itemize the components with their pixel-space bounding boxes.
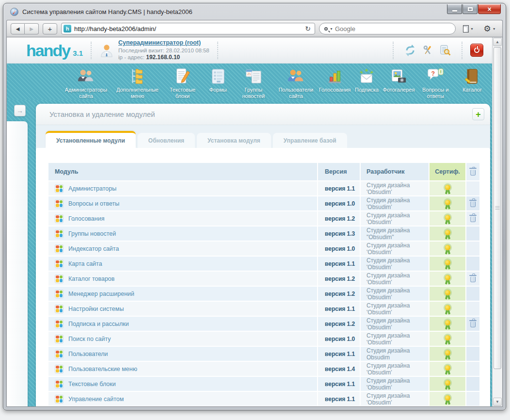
table-row: Подписка и рассылки версия 1.2 Студия ди… xyxy=(48,317,479,331)
plus-icon: + xyxy=(48,25,52,33)
maximize-button[interactable] xyxy=(462,4,478,14)
module-name-link[interactable]: Вопросы и ответы xyxy=(68,200,119,207)
table-row: Управление сайтом версия 1.1 Студия диза… xyxy=(48,392,479,406)
module-name-link[interactable]: Пользователи xyxy=(68,351,108,357)
refresh-button[interactable] xyxy=(404,44,416,57)
certified-cell xyxy=(430,392,465,406)
new-tab-button[interactable]: + xyxy=(43,23,57,34)
vertical-scrollbar[interactable]: ▲ ▼ xyxy=(492,37,502,406)
close-button[interactable]: × xyxy=(478,4,501,14)
table-row: Пользователи версия 1.1 Студия дизайна O… xyxy=(48,347,479,361)
delete-cell xyxy=(466,392,479,406)
module-name-link[interactable]: Менеджер расширений xyxy=(68,291,134,297)
toolbar-item-qa[interactable]: ?! Вопросы и ответы xyxy=(415,67,455,99)
certificate-badge-icon xyxy=(445,199,451,206)
tools-button[interactable] xyxy=(421,44,434,57)
delete-module-icon[interactable] xyxy=(470,216,476,222)
audit-button[interactable] xyxy=(439,44,451,57)
arrow-right-icon: → xyxy=(16,107,23,114)
browser-window: Система управления сайтом Handy.CMS | ha… xyxy=(3,3,506,410)
window-titlebar[interactable]: Система управления сайтом Handy.CMS | ha… xyxy=(3,3,506,20)
module-name-link[interactable]: Настройки системы xyxy=(68,306,124,312)
toolbar-item-news-groups[interactable]: 21 Группы новостей xyxy=(235,67,272,99)
module-name-link[interactable]: Управление сайтом xyxy=(68,396,124,403)
certified-cell xyxy=(430,377,465,391)
text-blocks-icon xyxy=(173,67,191,86)
scrollbar-down-button[interactable]: ▼ xyxy=(493,398,502,406)
modules-panel: Установка и удаление модулей + Установле… xyxy=(36,104,490,406)
toolbar-item-text-blocks[interactable]: Текстовые блоки xyxy=(164,67,201,99)
developer-cell: Студия дизайна Obsudim xyxy=(361,347,429,361)
toolbar-item-forms[interactable]: Формы xyxy=(203,67,233,93)
module-name-link[interactable]: Поиск по сайту xyxy=(68,336,111,342)
window-title: Система управления сайтом Handy.CMS | ha… xyxy=(22,8,447,16)
module-cell: Пользователи xyxy=(48,347,317,361)
scrollbar-track[interactable] xyxy=(493,47,502,397)
module-name-link[interactable]: Карта сайта xyxy=(68,260,102,267)
column-header-delete xyxy=(466,163,479,180)
last-visit-text: Последний визит: 28.02.2010 08:58 xyxy=(118,47,209,54)
tab-updates[interactable]: Обновления xyxy=(138,133,195,148)
tab-installed-modules[interactable]: Установленные модули xyxy=(46,131,136,148)
certified-cell xyxy=(430,181,465,195)
reload-icon[interactable]: ↻ xyxy=(303,25,313,32)
tab-install-module[interactable]: Установка модуля xyxy=(197,133,271,148)
tabs-bar: Установленные модули Обновления Установк… xyxy=(46,131,490,148)
logout-button[interactable] xyxy=(470,44,483,57)
user-profile-link[interactable]: Суперадминистратор (root) xyxy=(118,39,209,47)
settings-menu-button[interactable]: ⚙▼ xyxy=(481,23,498,34)
developer-cell: Студия дизайна 'Obsudim' xyxy=(361,196,429,210)
certified-cell xyxy=(430,332,465,346)
search-field[interactable]: ▼ xyxy=(319,23,456,34)
module-name-link[interactable]: Каталог товаров xyxy=(68,275,114,282)
add-module-button[interactable]: + xyxy=(472,108,484,120)
qa-icon: ?! xyxy=(426,67,445,86)
module-name-link[interactable]: Подписка и рассылки xyxy=(68,321,129,327)
module-name-link[interactable]: Администраторы xyxy=(68,185,116,192)
tab-database-management[interactable]: Управление базой xyxy=(273,133,347,148)
toolbar-item-votes[interactable]: Голосования xyxy=(319,67,350,93)
toolbar-item-site-admins[interactable]: Администраторы сайта xyxy=(61,67,111,99)
minimize-button[interactable] xyxy=(447,4,462,14)
delete-module-icon[interactable] xyxy=(470,322,476,327)
module-name-link[interactable]: Индексатор сайта xyxy=(68,245,119,252)
page-menu-caret-icon: ▼ xyxy=(470,27,474,31)
trash-icon xyxy=(470,170,476,176)
module-puzzle-icon xyxy=(55,380,64,388)
developer-cell: Студия дизайна 'Obsudim' xyxy=(361,362,429,376)
url-input[interactable] xyxy=(74,25,303,32)
forward-button[interactable]: ▶ xyxy=(25,23,39,34)
module-name-link[interactable]: Пользовательские меню xyxy=(68,366,137,372)
version-cell: версия 1.0 xyxy=(318,332,360,346)
module-name-link[interactable]: Текстовые блоки xyxy=(68,381,116,388)
page-menu-button[interactable]: ▼ xyxy=(460,23,477,34)
toolbar-item-extra-menus[interactable]: Дополнительные меню xyxy=(113,67,162,99)
toolbar-item-site-users[interactable]: Пользователи сайта xyxy=(274,67,318,99)
panel-body: Модуль Версия Разработчик Сертиф. xyxy=(36,148,490,406)
developer-cell: Студия дизайна 'Obsudim' xyxy=(361,377,429,391)
back-button[interactable]: ◀ xyxy=(11,23,25,34)
certified-cell xyxy=(430,211,465,226)
scrollbar-thumb[interactable] xyxy=(494,47,501,369)
scrollbar-up-button[interactable]: ▲ xyxy=(493,38,502,46)
address-bar[interactable]: h ↻ xyxy=(61,23,315,34)
collapsed-sidebar[interactable] xyxy=(7,121,28,406)
delete-module-icon[interactable] xyxy=(470,201,476,207)
module-name-link[interactable]: Голосования xyxy=(68,215,104,222)
minimize-icon xyxy=(452,10,457,12)
search-input[interactable] xyxy=(335,25,450,32)
module-cell: Группы новостей xyxy=(48,226,317,241)
module-puzzle-icon xyxy=(55,244,64,253)
desktop: Система управления сайтом Handy.CMS | ha… xyxy=(0,0,510,420)
module-name-link[interactable]: Группы новостей xyxy=(68,230,116,237)
browser-viewport: handy 3.1 Суперадминистратор (root) Посл… xyxy=(6,37,503,407)
forms-icon xyxy=(209,67,227,86)
module-cell: Администраторы xyxy=(48,181,317,195)
toolbar-item-catalog[interactable]: Каталог xyxy=(457,67,487,93)
power-icon xyxy=(474,48,479,53)
toolbar-item-subscription[interactable]: Подписка xyxy=(351,67,382,93)
sidebar-expand-button[interactable]: → xyxy=(14,105,26,116)
toolbar-item-photo-gallery[interactable]: Фотогалерея xyxy=(383,67,414,93)
delete-module-icon[interactable] xyxy=(470,276,476,282)
search-dropdown-icon[interactable]: ▼ xyxy=(330,27,333,31)
